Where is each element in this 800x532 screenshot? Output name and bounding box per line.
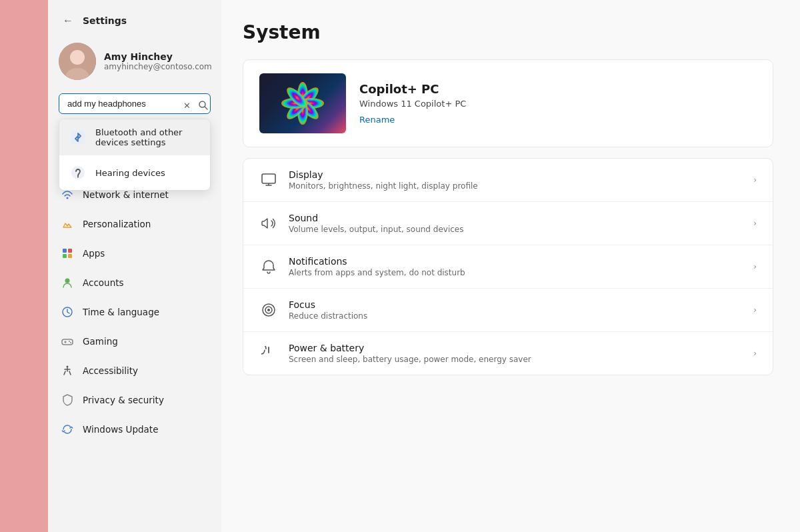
- settings-item-power-text: Power & battery Screen and sleep, batter…: [289, 343, 743, 364]
- dropdown-bluetooth-label: Bluetooth and other devices settings: [95, 127, 201, 147]
- update-icon: [60, 422, 75, 437]
- settings-sound-title: Sound: [289, 213, 743, 223]
- pc-thumbnail: [259, 73, 346, 133]
- settings-title: Settings: [83, 15, 127, 26]
- sidebar-item-accessibility-label: Accessibility: [83, 365, 138, 376]
- svg-point-16: [65, 279, 70, 283]
- chevron-right-icon-4: ›: [753, 305, 757, 315]
- hearing-icon: [69, 163, 87, 182]
- search-submit-button[interactable]: [199, 101, 208, 110]
- settings-display-title: Display: [289, 169, 743, 180]
- svg-line-4: [205, 107, 207, 109]
- svg-rect-15: [68, 254, 72, 258]
- sidebar-item-time[interactable]: Time & language: [53, 298, 216, 326]
- settings-item-focus[interactable]: Focus Reduce distractions ›: [243, 289, 773, 332]
- avatar: [59, 43, 96, 80]
- sidebar-item-personalization[interactable]: Personalization: [53, 210, 216, 238]
- pc-card: Copilot+ PC Windows 11 Copilot+ PC Renam…: [243, 59, 773, 147]
- svg-point-7: [77, 177, 79, 178]
- focus-icon: [259, 301, 278, 319]
- sidebar-item-gaming-label: Gaming: [83, 336, 118, 347]
- search-container: ✕ Bluetooth and other devices settings: [48, 91, 221, 119]
- settings-display-sub: Monitors, brightness, night light, displ…: [289, 181, 743, 191]
- user-name: Amy Hinchey: [104, 51, 211, 62]
- time-icon: [60, 305, 75, 319]
- sidebar-item-time-label: Time & language: [83, 307, 159, 317]
- sidebar: ← Settings Amy Hinchey amyhinchey@contos…: [48, 0, 221, 532]
- user-email: amyhinchey@contoso.com: [104, 62, 211, 71]
- settings-item-sound[interactable]: Sound Volume levels, output, input, soun…: [243, 202, 773, 245]
- windows-logo: [279, 80, 326, 127]
- accounts-icon: [60, 275, 75, 290]
- dropdown-item-hearing[interactable]: Hearing devices: [59, 155, 210, 190]
- sidebar-item-privacy-label: Privacy & security: [83, 395, 164, 405]
- pc-rename-link[interactable]: Rename: [359, 115, 395, 125]
- chevron-right-icon: ›: [753, 175, 757, 185]
- svg-rect-14: [63, 254, 67, 258]
- sidebar-item-apps[interactable]: Apps: [53, 239, 216, 267]
- sidebar-item-accounts[interactable]: Accounts: [53, 269, 216, 297]
- settings-item-notifications[interactable]: Notifications Alerts from apps and syste…: [243, 245, 773, 289]
- settings-sound-sub: Volume levels, output, input, sound devi…: [289, 225, 743, 234]
- chevron-right-icon-5: ›: [753, 349, 757, 358]
- settings-item-focus-text: Focus Reduce distractions: [289, 299, 743, 321]
- svg-point-23: [67, 366, 69, 368]
- sidebar-item-update-label: Windows Update: [83, 424, 158, 435]
- search-icon: [199, 101, 208, 110]
- dropdown-hearing-label: Hearing devices: [95, 168, 165, 178]
- sidebar-item-accounts-label: Accounts: [83, 277, 124, 288]
- display-icon: [259, 171, 278, 189]
- svg-point-21: [69, 341, 70, 342]
- svg-point-22: [70, 342, 71, 343]
- pc-subtitle: Windows 11 Copilot+ PC: [359, 99, 757, 109]
- settings-list: Display Monitors, brightness, night ligh…: [243, 158, 773, 375]
- settings-item-display[interactable]: Display Monitors, brightness, night ligh…: [243, 159, 773, 202]
- svg-point-1: [70, 50, 85, 65]
- svg-point-39: [267, 309, 270, 311]
- accessibility-icon: [60, 363, 75, 378]
- sidebar-item-network-label: Network & internet: [83, 189, 169, 200]
- settings-power-title: Power & battery: [289, 343, 743, 353]
- settings-item-display-text: Display Monitors, brightness, night ligh…: [289, 169, 743, 191]
- search-clear-button[interactable]: ✕: [182, 99, 192, 111]
- settings-item-sound-text: Sound Volume levels, output, input, soun…: [289, 213, 743, 234]
- dropdown-item-bluetooth[interactable]: Bluetooth and other devices settings: [59, 119, 210, 155]
- settings-focus-title: Focus: [289, 299, 743, 310]
- svg-point-11: [67, 197, 69, 199]
- user-info: Amy Hinchey amyhinchey@contoso.com: [104, 51, 211, 71]
- svg-rect-34: [262, 174, 275, 183]
- personalization-icon: [60, 217, 75, 231]
- settings-focus-sub: Reduce distractions: [289, 311, 743, 321]
- gaming-icon: [60, 334, 75, 349]
- sidebar-header: ← Settings: [48, 0, 221, 36]
- sidebar-item-update[interactable]: Windows Update: [53, 415, 216, 443]
- user-section[interactable]: Amy Hinchey amyhinchey@contoso.com: [48, 36, 221, 91]
- bluetooth-icon: [69, 128, 87, 147]
- page-title: System: [243, 21, 773, 43]
- sidebar-item-gaming[interactable]: Gaming: [53, 327, 216, 355]
- pc-name: Copilot+ PC: [359, 82, 757, 96]
- chevron-right-icon-2: ›: [753, 219, 757, 228]
- taskbar-strip: [0, 0, 48, 532]
- svg-rect-12: [63, 249, 67, 253]
- apps-icon: [60, 246, 75, 261]
- back-button[interactable]: ←: [59, 12, 77, 29]
- sound-icon: [259, 214, 278, 233]
- power-icon: [259, 344, 278, 363]
- search-dropdown: Bluetooth and other devices settings Hea…: [59, 119, 211, 191]
- svg-rect-18: [62, 339, 73, 345]
- sidebar-item-apps-label: Apps: [83, 248, 105, 259]
- settings-item-notifications-text: Notifications Alerts from apps and syste…: [289, 256, 743, 277]
- chevron-right-icon-3: ›: [753, 262, 757, 271]
- main-content: System: [221, 0, 800, 532]
- settings-notifications-title: Notifications: [289, 256, 743, 267]
- svg-rect-13: [68, 249, 72, 253]
- settings-item-power[interactable]: Power & battery Screen and sleep, batter…: [243, 332, 773, 375]
- privacy-icon: [60, 393, 75, 407]
- notifications-icon: [259, 257, 278, 276]
- sidebar-item-privacy[interactable]: Privacy & security: [53, 386, 216, 414]
- settings-power-sub: Screen and sleep, battery usage, power m…: [289, 355, 743, 364]
- settings-notifications-sub: Alerts from apps and system, do not dist…: [289, 268, 743, 277]
- sidebar-item-accessibility[interactable]: Accessibility: [53, 357, 216, 385]
- sidebar-item-personalization-label: Personalization: [83, 219, 151, 229]
